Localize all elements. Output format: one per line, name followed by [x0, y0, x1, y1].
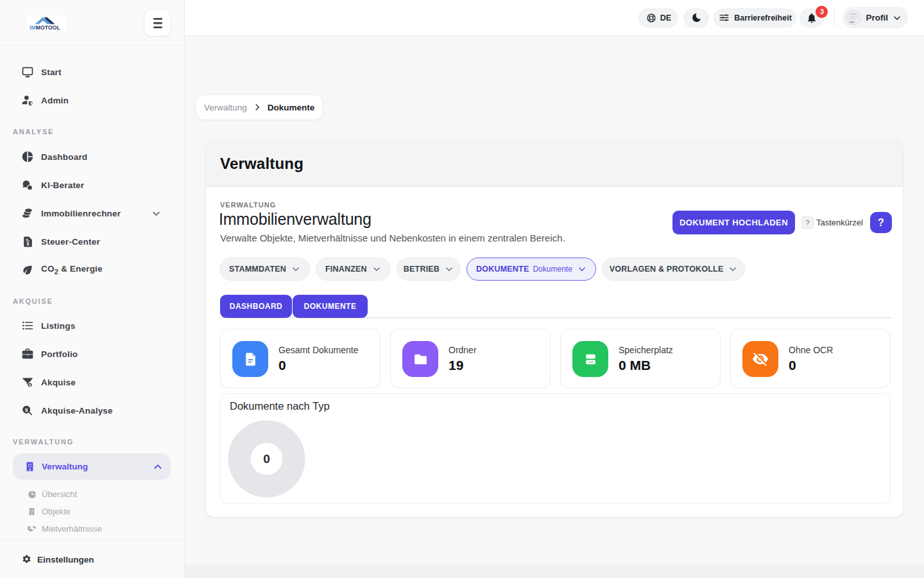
- svg-text:$: $: [25, 407, 28, 412]
- svg-text:$: $: [26, 241, 29, 247]
- svg-text:0: 0: [263, 452, 270, 466]
- svg-text:IMMOTOOL: IMMOTOOL: [30, 24, 60, 31]
